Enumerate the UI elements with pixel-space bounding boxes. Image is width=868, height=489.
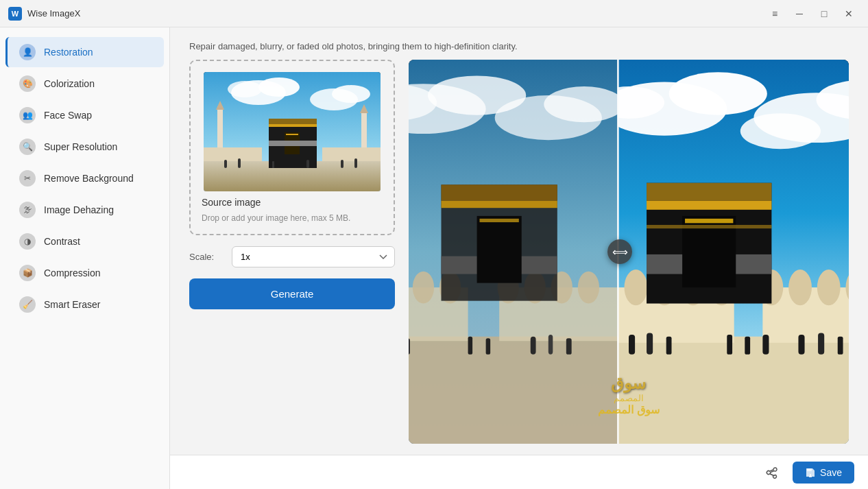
minimize-button[interactable]: ─ xyxy=(788,4,810,23)
svg-rect-8 xyxy=(269,119,317,124)
scale-select[interactable]: 1x 2x 4x xyxy=(232,246,395,267)
svg-point-5 xyxy=(332,85,370,103)
comparison-handle[interactable]: ⟺ xyxy=(607,239,632,264)
svg-rect-59 xyxy=(468,337,473,355)
sidebar-item-compression[interactable]: 📦 Compression xyxy=(5,258,164,288)
svg-point-76 xyxy=(788,270,812,305)
svg-rect-91 xyxy=(647,333,653,355)
save-label: Save xyxy=(820,467,842,478)
svg-point-3 xyxy=(228,81,262,97)
sidebar-item-face-swap-label: Face Swap xyxy=(44,110,92,121)
sidebar-item-smart-eraser[interactable]: 🧹 Smart Eraser xyxy=(5,289,164,320)
scale-label: Scale: xyxy=(189,252,224,262)
maximize-button[interactable]: □ xyxy=(813,4,835,23)
svg-rect-24 xyxy=(272,161,274,168)
svg-rect-21 xyxy=(341,160,343,168)
svg-rect-100 xyxy=(807,468,812,471)
svg-rect-49 xyxy=(480,219,519,222)
svg-point-63 xyxy=(669,72,767,115)
sidebar-item-contrast[interactable]: ◑ Contrast xyxy=(5,226,164,257)
sidebar-item-contrast-label: Contrast xyxy=(44,236,80,247)
menu-button[interactable]: ≡ xyxy=(764,4,786,23)
svg-rect-90 xyxy=(629,335,635,355)
svg-rect-9 xyxy=(269,124,317,127)
svg-rect-95 xyxy=(838,337,843,355)
content-description: Repair damaged, blurry, or faded old pho… xyxy=(170,27,868,60)
svg-rect-97 xyxy=(745,337,750,355)
sidebar-item-super-resolution[interactable]: 🔍 Super Resolution xyxy=(5,132,164,162)
svg-rect-17 xyxy=(204,147,262,161)
scale-row: Scale: 1x 2x 4x xyxy=(189,243,395,270)
comparison-container: ⟺ سوق المصمم سوق المصمم xyxy=(409,60,849,444)
sidebar: 👤 Restoration 🎨 Colorization 👥 Face Swap… xyxy=(0,27,170,489)
source-image-preview xyxy=(204,72,381,191)
source-image-svg xyxy=(204,72,381,191)
svg-point-71 xyxy=(624,270,647,305)
svg-point-2 xyxy=(258,77,300,97)
svg-rect-92 xyxy=(666,337,672,355)
source-hint: Drop or add your image here, max 5 MB. xyxy=(202,213,350,223)
svg-rect-85 xyxy=(685,219,733,224)
svg-point-32 xyxy=(544,86,624,122)
left-panel: Source image Drop or add your image here… xyxy=(189,60,395,444)
svg-rect-93 xyxy=(798,335,804,355)
svg-rect-55 xyxy=(409,338,410,354)
sidebar-item-restoration-label: Restoration xyxy=(44,47,93,58)
svg-rect-23 xyxy=(306,160,309,168)
svg-rect-86 xyxy=(647,225,771,228)
svg-rect-58 xyxy=(566,338,572,354)
svg-rect-19 xyxy=(224,160,227,168)
generate-button[interactable]: Generate xyxy=(189,278,395,309)
close-button[interactable]: ✕ xyxy=(838,4,860,23)
svg-rect-12 xyxy=(269,141,317,146)
contrast-icon: ◑ xyxy=(19,233,36,250)
svg-rect-45 xyxy=(442,184,557,200)
restoration-icon: 👤 xyxy=(19,44,36,60)
source-label: Source image xyxy=(202,197,261,208)
svg-rect-18 xyxy=(322,147,381,161)
svg-rect-81 xyxy=(647,183,771,201)
svg-point-43 xyxy=(578,272,599,304)
app-title: Wise ImageX xyxy=(27,8,80,19)
sidebar-item-restoration[interactable]: 👤 Restoration xyxy=(5,37,164,67)
svg-rect-33 xyxy=(409,337,618,444)
sidebar-item-remove-background-label: Remove Background xyxy=(44,173,134,184)
svg-rect-94 xyxy=(818,333,824,355)
remove-background-icon: ✂ xyxy=(19,170,36,187)
content-area: Source image Drop or add your image here… xyxy=(170,60,868,455)
face-swap-icon: 👥 xyxy=(19,107,36,123)
sidebar-item-image-dehazing-label: Image Dehazing xyxy=(44,204,114,215)
compression-icon: 📦 xyxy=(19,265,36,281)
svg-rect-46 xyxy=(442,201,557,208)
svg-rect-22 xyxy=(354,158,357,168)
svg-point-77 xyxy=(817,270,841,305)
svg-rect-82 xyxy=(647,201,771,210)
svg-rect-98 xyxy=(762,335,769,355)
super-resolution-icon: 🔍 xyxy=(19,139,36,155)
svg-rect-48 xyxy=(477,216,522,283)
svg-rect-56 xyxy=(531,337,536,355)
app-logo: W Wise ImageX xyxy=(8,7,80,21)
comparison-panel: ⟺ سوق المصمم سوق المصمم xyxy=(409,60,849,444)
sidebar-item-colorization[interactable]: 🎨 Colorization xyxy=(5,69,164,99)
titlebar: W Wise ImageX ≡ ─ □ ✕ xyxy=(0,0,868,27)
share-button[interactable] xyxy=(760,460,784,485)
sidebar-item-colorization-label: Colorization xyxy=(44,78,95,89)
svg-rect-11 xyxy=(286,134,298,135)
svg-rect-57 xyxy=(548,335,553,355)
app-logo-icon: W xyxy=(8,7,22,21)
sidebar-item-face-swap[interactable]: 👥 Face Swap xyxy=(5,100,164,130)
colorization-icon: 🎨 xyxy=(19,75,36,92)
smart-eraser-icon: 🧹 xyxy=(19,296,36,313)
save-icon xyxy=(805,467,816,478)
svg-rect-20 xyxy=(238,158,241,168)
main-content: Repair damaged, blurry, or faded old pho… xyxy=(170,27,868,489)
svg-rect-96 xyxy=(727,335,732,355)
sidebar-item-smart-eraser-label: Smart Eraser xyxy=(44,299,100,310)
svg-point-38 xyxy=(413,272,434,304)
source-drop-zone[interactable]: Source image Drop or add your image here… xyxy=(189,60,395,235)
sidebar-item-compression-label: Compression xyxy=(44,267,100,278)
sidebar-item-remove-background[interactable]: ✂ Remove Background xyxy=(5,163,164,193)
sidebar-item-image-dehazing[interactable]: 🌫 Image Dehazing xyxy=(5,195,164,225)
save-button[interactable]: Save xyxy=(793,462,854,484)
